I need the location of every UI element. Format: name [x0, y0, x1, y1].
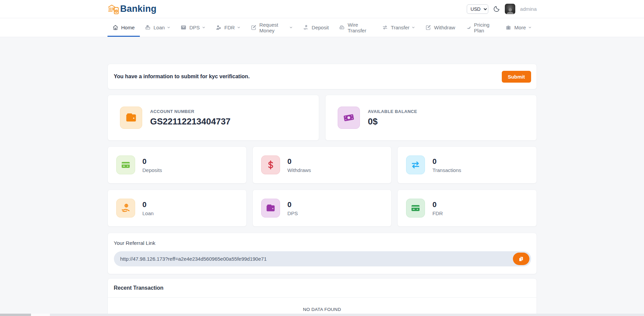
loan-count: 0: [143, 200, 154, 209]
transactions-label: Transactions: [432, 167, 461, 173]
withdraws-stat-card: 0 Withdraws: [252, 146, 392, 183]
summary-cards-row: ACCOUNT NUMBER GS22112213404737 AVAILABL…: [108, 95, 537, 141]
available-balance-card: AVAILABLE BALANCE 0$: [325, 95, 537, 141]
scrollbar-track[interactable]: [50, 314, 644, 316]
nav-item-more[interactable]: More: [500, 18, 536, 37]
brand-name: Banking: [120, 4, 157, 14]
kyc-banner: You have a information to submit for kyc…: [108, 64, 537, 89]
username-label: admina: [520, 6, 536, 12]
dps-count: 0: [287, 200, 298, 209]
available-balance-value: 0$: [368, 116, 417, 127]
dollar-icon: [261, 155, 280, 174]
main-content: You have a information to submit for kyc…: [108, 37, 537, 316]
deposits-count: 0: [143, 157, 162, 166]
nav-item-fdr[interactable]: FDR: [211, 18, 246, 37]
scrollbar-gap: [31, 314, 50, 316]
referral-card: Your Referral Link http://47.98.126.173?…: [108, 233, 537, 274]
top-bar: $ Banking USD admin: [0, 0, 644, 18]
transactions-count: 0: [432, 157, 461, 166]
brand-logo[interactable]: $ Banking: [108, 4, 157, 15]
deposits-stat-card: 0 Deposits: [108, 146, 247, 183]
vault-icon: [181, 25, 186, 30]
recent-transactions-card: Recent Transaction NO DATA FOUND: [108, 278, 537, 316]
kyc-message: You have a information to submit for kyc…: [114, 74, 250, 80]
nav-item-request-money[interactable]: Request Money: [246, 18, 298, 37]
nav-item-home[interactable]: Home: [108, 18, 140, 37]
referral-link-field[interactable]: http://47.98.126.173?reff=a2e4e234d56096…: [114, 251, 531, 266]
copy-icon: [518, 256, 524, 262]
available-balance-label: AVAILABLE BALANCE: [368, 109, 417, 114]
fdr-label: FDR: [432, 210, 443, 216]
nav-item-transfer[interactable]: Transfer: [377, 18, 420, 37]
banknote-icon: [338, 107, 360, 129]
no-data-message: NO DATA FOUND: [303, 307, 341, 312]
referral-link-text: http://47.98.126.173?reff=a2e4e234d56096…: [120, 256, 267, 262]
nav-item-deposit[interactable]: Deposit: [298, 18, 334, 37]
currency-select[interactable]: USD: [467, 4, 488, 14]
account-number-value: GS22112213404737: [150, 116, 231, 127]
swoosh-icon: [465, 25, 471, 30]
scrollbar-thumb[interactable]: [0, 314, 31, 316]
hand-coin-icon: [303, 25, 309, 30]
chevron-down-icon: [411, 26, 415, 29]
chevron-down-icon: [237, 26, 241, 29]
dps-label: DPS: [287, 210, 298, 216]
credit-card-icon: [116, 155, 135, 174]
user-shield-icon: [216, 25, 221, 30]
copy-referral-button[interactable]: [513, 253, 529, 265]
nav-item-withdraw[interactable]: Withdraw: [420, 18, 460, 37]
fax-machine-icon: [339, 25, 345, 30]
dps-stat-card: 0 DPS: [252, 190, 392, 227]
main-nav: Home Loan DPS FDR Request Money Deposit: [0, 18, 644, 37]
nav-item-dps[interactable]: DPS: [176, 18, 211, 37]
hand-coin-icon: [116, 199, 135, 218]
loan-label: Loan: [143, 210, 154, 216]
cash-register-icon: [145, 25, 151, 30]
transfer-arrows-icon: [406, 155, 425, 174]
recent-transactions-body: NO DATA FOUND: [108, 298, 536, 316]
credit-card-icon: [406, 199, 425, 218]
bank-logo-icon: $: [108, 4, 120, 15]
deposits-label: Deposits: [143, 167, 162, 173]
wallet-icon: [261, 199, 280, 218]
recent-transactions-header: Recent Transaction: [108, 279, 536, 298]
stats-grid: 0 Deposits 0 Withdraws 0 Transactions: [108, 146, 537, 227]
user-avatar[interactable]: [505, 4, 515, 14]
chevron-down-icon: [289, 26, 293, 29]
fdr-stat-card: 0 FDR: [397, 190, 536, 227]
file-pen-icon: [251, 25, 256, 30]
account-number-card: ACCOUNT NUMBER GS22112213404737: [108, 95, 319, 141]
home-icon: [113, 25, 118, 30]
svg-text:$: $: [116, 10, 117, 12]
chevron-down-icon: [202, 26, 206, 29]
nav-item-wire-transfer[interactable]: Wire Transfer: [334, 18, 377, 37]
nav-item-loan[interactable]: Loan: [140, 18, 176, 37]
fdr-count: 0: [432, 200, 443, 209]
wallet-icon: [120, 107, 142, 129]
withdraws-label: Withdraws: [287, 167, 311, 173]
briefcase-icon: [505, 25, 511, 30]
chevron-down-icon: [167, 26, 171, 29]
horizontal-scrollbar: [0, 314, 644, 316]
transactions-stat-card: 0 Transactions: [397, 146, 536, 183]
referral-title: Your Referral Link: [114, 240, 531, 246]
recent-transactions-title: Recent Transaction: [114, 285, 164, 291]
chevron-down-icon: [528, 26, 532, 29]
dark-mode-toggle[interactable]: [493, 5, 500, 12]
file-pen-icon: [425, 25, 431, 30]
kyc-submit-button[interactable]: Submit: [502, 71, 531, 83]
withdraws-count: 0: [287, 157, 311, 166]
nav-item-pricing-plan[interactable]: Pricing Plan: [460, 18, 501, 37]
loan-stat-card: 0 Loan: [108, 190, 247, 227]
account-number-label: ACCOUNT NUMBER: [150, 109, 231, 114]
moon-icon: [493, 5, 500, 12]
transfer-arrows-icon: [382, 25, 388, 30]
